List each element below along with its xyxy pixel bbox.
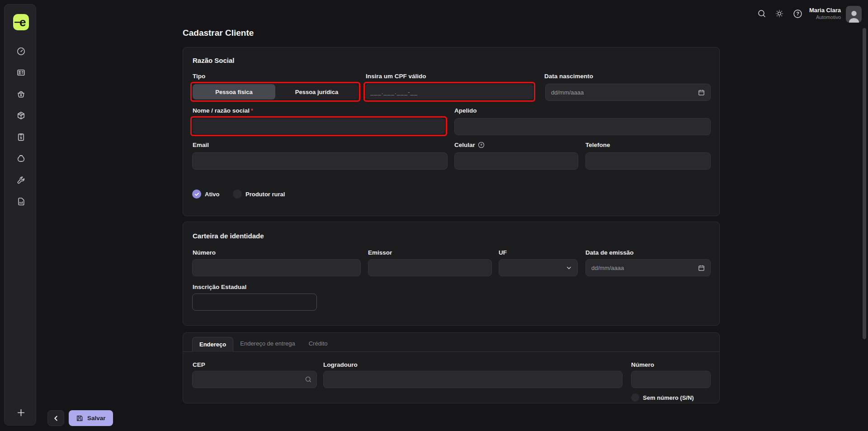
emissor-input[interactable] — [368, 259, 492, 276]
data-nascimento-input[interactable]: dd/mm/aaaa — [545, 84, 711, 101]
nome-required-highlight — [190, 116, 447, 136]
inscricao-estadual-input[interactable] — [192, 294, 317, 311]
email-label: Email — [193, 142, 209, 148]
email-input[interactable] — [192, 152, 448, 170]
sidebar-item-clientes[interactable] — [13, 64, 29, 81]
section-title: Carteira de identidade — [193, 232, 264, 240]
theme-toggle-button[interactable] — [773, 7, 786, 20]
search-button[interactable] — [755, 7, 768, 20]
chevron-down-icon — [566, 265, 572, 271]
logradouro-label: Logradouro — [323, 361, 358, 368]
cpf-input[interactable] — [366, 84, 533, 99]
avatar[interactable] — [846, 6, 862, 23]
wrench-icon — [16, 175, 26, 185]
save-button[interactable]: Salvar — [69, 410, 113, 426]
cep-search-icon[interactable] — [305, 376, 312, 383]
tipo-pessoa-fisica-button[interactable]: Pessoa física — [193, 84, 275, 99]
section-razao-social: Razão Social Tipo Pessoa física Pessoa j… — [183, 47, 720, 216]
date-placeholder: dd/mm/aaaa — [551, 89, 698, 96]
scrollbar[interactable] — [863, 28, 866, 339]
celular-label: Celular? — [454, 142, 485, 148]
page-title: Cadastrar Cliente — [183, 28, 254, 38]
save-label: Salvar — [87, 415, 106, 422]
section-endereco: Endereço Endereço de entrega Crédito CEP… — [183, 332, 720, 403]
required-star: * — [251, 108, 253, 114]
tab-endereco[interactable]: Endereço — [192, 337, 233, 352]
cpf-label: Insira um CPF válido — [366, 73, 426, 80]
id-card-icon — [16, 68, 26, 77]
telefone-input[interactable] — [585, 152, 711, 170]
cep-input[interactable] — [193, 371, 305, 388]
user-info[interactable]: Maria Clara Automotivo — [809, 6, 841, 21]
sidebar-item-servicos[interactable] — [13, 172, 29, 188]
calendar-icon — [698, 89, 705, 96]
ativo-checkbox[interactable]: Ativo — [192, 189, 220, 199]
cep-field — [192, 371, 317, 388]
check-icon — [194, 192, 199, 197]
package-icon — [16, 111, 26, 120]
cep-label: CEP — [193, 361, 205, 368]
section-carteira-identidade: Carteira de identidade Número Emissor UF… — [183, 222, 720, 326]
help-button[interactable]: ? — [791, 7, 804, 20]
sidebar-item-financeiro[interactable] — [13, 150, 29, 166]
tab-credito[interactable]: Crédito — [302, 336, 335, 351]
data-nascimento-label: Data nascimento — [544, 73, 593, 80]
apelido-input[interactable] — [454, 118, 711, 135]
help-icon: ? — [793, 9, 802, 19]
svg-text:?: ? — [796, 11, 799, 16]
svg-text:?: ? — [480, 143, 482, 147]
sidebar-item-orcamentos[interactable]: $ — [13, 128, 29, 145]
sidebar-item-produtos[interactable] — [13, 107, 29, 123]
nome-razao-social-input[interactable] — [193, 118, 445, 134]
carteira-numero-input[interactable] — [192, 259, 361, 276]
produtor-rural-checkbox[interactable]: Produtor rural — [233, 189, 285, 199]
celular-help-icon[interactable]: ? — [478, 142, 485, 148]
sidebar-item-dashboard[interactable] — [13, 43, 29, 59]
sidebar: e $ — [4, 4, 36, 426]
sem-numero-label: Sem número (S/N) — [643, 394, 694, 401]
date-placeholder: dd/mm/aaaa — [591, 265, 698, 271]
endereco-numero-label: Número — [631, 361, 654, 368]
checkbox-circle — [631, 393, 639, 402]
emissor-label: Emissor — [368, 249, 392, 256]
ativo-label: Ativo — [205, 191, 220, 198]
cpf-required-highlight — [363, 82, 535, 102]
basket-icon — [16, 90, 26, 99]
app-logo[interactable]: e — [13, 14, 29, 30]
gauge-icon — [16, 47, 26, 56]
tipo-toggle: Pessoa física Pessoa jurídica — [193, 84, 358, 99]
sidebar-item-relatorios[interactable] — [13, 193, 29, 209]
uf-label: UF — [499, 249, 507, 256]
sidebar-item-vendas[interactable] — [13, 86, 29, 102]
data-emissao-input[interactable]: dd/mm/aaaa — [585, 259, 711, 276]
carteira-numero-label: Número — [193, 249, 216, 256]
user-name: Maria Clara — [809, 6, 841, 14]
sidebar-add-button[interactable] — [13, 404, 29, 421]
chevron-left-icon — [52, 415, 60, 422]
invoice-icon: $ — [16, 132, 26, 142]
tipo-required-highlight: Pessoa física Pessoa jurídica — [190, 82, 360, 102]
tipo-pessoa-juridica-button[interactable]: Pessoa jurídica — [275, 84, 358, 99]
inscricao-estadual-label: Inscrição Estadual — [193, 284, 246, 290]
endereco-numero-input[interactable] — [631, 371, 711, 388]
nome-razao-social-label: Nome / razão social* — [193, 107, 253, 114]
celular-input[interactable] — [454, 152, 578, 170]
logo-e-icon: e — [13, 14, 29, 30]
user-role: Automotivo — [809, 14, 841, 21]
sem-numero-checkbox[interactable]: Sem número (S/N) — [631, 393, 694, 402]
logradouro-input[interactable] — [323, 371, 623, 388]
svg-text:$: $ — [20, 135, 22, 139]
sun-icon — [775, 9, 784, 18]
search-icon — [757, 9, 766, 18]
tab-endereco-entrega[interactable]: Endereço de entrega — [233, 336, 302, 351]
report-icon — [16, 197, 26, 206]
section-title: Razão Social — [193, 57, 235, 64]
save-floppy-icon — [76, 415, 83, 422]
app-root: e $ — [0, 0, 868, 431]
tipo-label: Tipo — [193, 73, 205, 80]
back-button[interactable] — [47, 410, 64, 426]
telefone-label: Telefone — [585, 142, 610, 148]
uf-select[interactable] — [499, 259, 578, 276]
apelido-label: Apelido — [454, 107, 477, 114]
produtor-rural-label: Produtor rural — [245, 191, 285, 198]
